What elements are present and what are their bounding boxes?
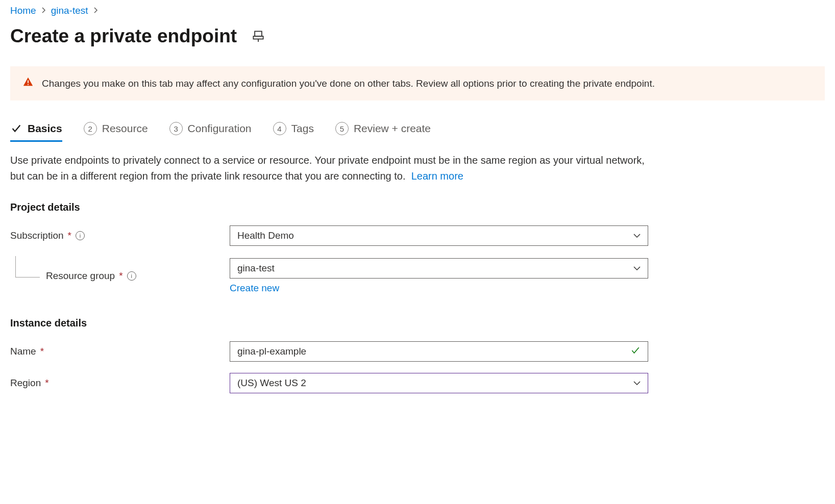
name-input[interactable] <box>237 346 630 357</box>
svg-rect-4 <box>28 84 29 85</box>
tab-configuration[interactable]: 3 Configuration <box>169 122 252 142</box>
warning-icon <box>22 77 34 90</box>
chevron-down-icon <box>633 266 641 271</box>
create-new-link[interactable]: Create new <box>230 283 279 294</box>
tab-label: Resource <box>102 122 148 135</box>
required-asterisk: * <box>40 346 44 357</box>
tab-label: Tags <box>291 122 314 135</box>
warning-text: Changes you make on this tab may affect … <box>42 78 655 89</box>
resource-group-label: Resource group <box>46 270 115 282</box>
required-asterisk: * <box>45 377 48 389</box>
chevron-down-icon <box>633 233 641 238</box>
intro-text: Use private endpoints to privately conne… <box>10 153 653 184</box>
tab-label: Basics <box>28 122 62 135</box>
resource-group-select[interactable]: gina-test <box>230 258 648 279</box>
check-icon <box>10 122 22 135</box>
wizard-tabs: Basics 2 Resource 3 Configuration 4 Tags… <box>10 122 825 142</box>
svg-rect-3 <box>28 80 29 83</box>
tree-line-icon <box>15 256 40 278</box>
name-input-wrapper <box>230 341 648 362</box>
region-select[interactable]: (US) West US 2 <box>230 373 648 393</box>
name-label: Name <box>10 346 36 357</box>
page-title-row: Create a private endpoint <box>10 26 825 47</box>
required-asterisk: * <box>68 230 71 241</box>
tab-number: 2 <box>84 122 97 135</box>
info-icon[interactable]: i <box>76 231 85 240</box>
breadcrumb-home[interactable]: Home <box>10 5 36 16</box>
row-resource-group: Resource group * i gina-test Create new <box>10 258 825 294</box>
page-title: Create a private endpoint <box>10 26 237 47</box>
warning-banner: Changes you make on this tab may affect … <box>10 66 825 100</box>
breadcrumb-resource[interactable]: gina-test <box>51 5 88 16</box>
region-value: (US) West US 2 <box>237 377 306 389</box>
row-region: Region * (US) West US 2 <box>10 373 825 393</box>
check-icon <box>630 345 641 358</box>
subscription-label: Subscription <box>10 230 64 241</box>
chevron-right-icon <box>93 7 98 15</box>
tab-resource[interactable]: 2 Resource <box>84 122 148 142</box>
tab-label: Configuration <box>188 122 252 135</box>
pin-icon[interactable] <box>251 29 265 43</box>
tab-review-create[interactable]: 5 Review + create <box>335 122 431 142</box>
info-icon[interactable]: i <box>127 271 136 281</box>
chevron-down-icon <box>633 381 641 386</box>
chevron-right-icon <box>41 7 46 15</box>
tab-basics[interactable]: Basics <box>10 122 62 142</box>
section-instance-details: Instance details <box>10 317 825 329</box>
section-project-details: Project details <box>10 201 825 213</box>
tab-number: 4 <box>273 122 286 135</box>
tab-label: Review + create <box>354 122 431 135</box>
learn-more-link[interactable]: Learn more <box>411 170 463 182</box>
subscription-select[interactable]: Health Demo <box>230 225 648 246</box>
tab-tags[interactable]: 4 Tags <box>273 122 314 142</box>
region-label: Region <box>10 377 41 389</box>
breadcrumb: Home gina-test <box>10 5 825 16</box>
tab-number: 3 <box>169 122 183 135</box>
row-subscription: Subscription * i Health Demo <box>10 225 825 246</box>
required-asterisk: * <box>119 270 122 282</box>
resource-group-value: gina-test <box>237 263 275 274</box>
svg-rect-0 <box>255 31 262 36</box>
subscription-value: Health Demo <box>237 230 294 241</box>
tab-number: 5 <box>335 122 349 135</box>
row-name: Name * <box>10 341 825 362</box>
svg-rect-1 <box>253 36 263 39</box>
